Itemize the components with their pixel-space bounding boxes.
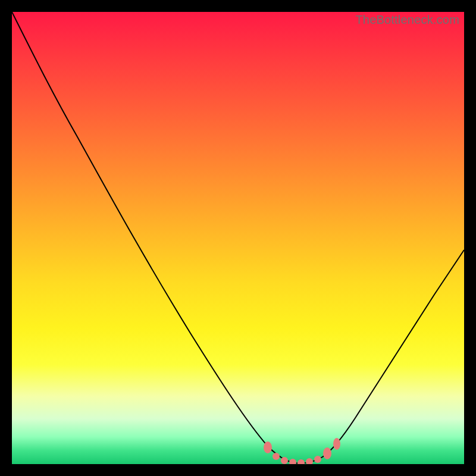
marker-dot [323,447,331,459]
marker-dot [281,457,288,464]
marker-dot [273,453,280,460]
marker-dot [298,459,305,464]
curve-path [12,12,464,464]
marker-dot [264,441,272,453]
marker-dot [314,456,321,463]
plot-area: TheBottleneck.com [12,12,464,464]
chart-frame: TheBottleneck.com [0,0,476,476]
bottleneck-curve [12,12,464,464]
marker-dot [333,438,340,450]
marker-dot [306,458,313,464]
marker-dot [289,459,296,464]
